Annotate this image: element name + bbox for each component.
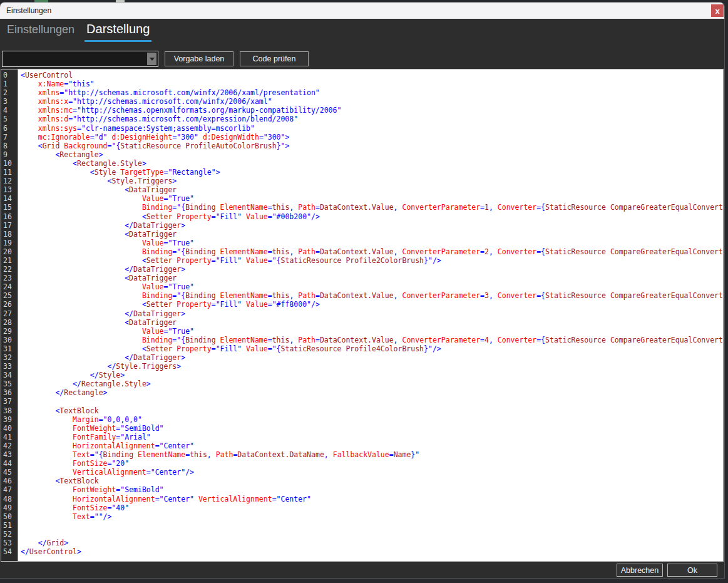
code-line[interactable]: Binding="{Binding ElementName=this, Path…: [21, 336, 723, 344]
line-number: 1: [3, 80, 18, 88]
code-line[interactable]: </Style.Triggers>: [21, 362, 723, 371]
line-number: 48: [3, 495, 18, 503]
line-number: 22: [3, 265, 18, 274]
line-number: 33: [3, 362, 18, 371]
dialog-titlebar[interactable]: Einstellungen x: [0, 3, 724, 19]
code-line[interactable]: <Setter Property="Fill" Value="#ff8000"/…: [21, 300, 723, 309]
code-line[interactable]: xmlns:sys="clr-namespace:System;assembly…: [21, 124, 723, 133]
ok-button[interactable]: Ok: [667, 564, 717, 577]
line-number: 46: [3, 477, 18, 485]
load-default-button[interactable]: Vorgabe laden: [165, 51, 233, 66]
code-line[interactable]: Value="True": [21, 239, 723, 247]
line-number: 32: [3, 353, 18, 362]
code-line[interactable]: <TextBlock: [21, 477, 723, 485]
line-number: 41: [3, 433, 18, 441]
line-number: 43: [3, 450, 18, 459]
code-line[interactable]: </Rectangle>: [21, 388, 723, 397]
code-line[interactable]: Value="True": [21, 282, 723, 291]
combobox-arrow-button[interactable]: [147, 53, 156, 65]
code-line[interactable]: <Setter Property="Fill" Value="{StaticRe…: [21, 344, 723, 353]
code-line[interactable]: <Setter Property="Fill" Value="#00b200"/…: [21, 212, 723, 221]
check-code-button[interactable]: Code prüfen: [240, 51, 309, 66]
line-number: 15: [3, 203, 18, 212]
code-line[interactable]: </DataTrigger>: [21, 309, 723, 318]
code-line[interactable]: Binding="{Binding ElementName=this, Path…: [21, 203, 723, 212]
tab-bar: Einstellungen Darstellung: [5, 22, 151, 42]
line-number: 44: [3, 459, 18, 468]
code-line[interactable]: Value="True": [21, 194, 723, 203]
code-line[interactable]: Binding="{Binding ElementName=this, Path…: [21, 291, 723, 300]
cancel-button[interactable]: Abbrechen: [617, 564, 663, 577]
code-content[interactable]: <UserControl x:Name="this" xmlns="http:/…: [18, 70, 723, 561]
code-line[interactable]: Text=""/>: [21, 512, 723, 521]
preset-combobox[interactable]: [2, 51, 158, 67]
tab-darstellung[interactable]: Darstellung: [85, 22, 151, 42]
code-line[interactable]: Margin="0,0,0,0": [21, 415, 723, 424]
code-line[interactable]: <Rectangle>: [21, 150, 723, 159]
code-line[interactable]: [21, 397, 723, 406]
code-line[interactable]: HorizontalAlignment="Center" VerticalAli…: [21, 495, 723, 503]
line-number: 7: [3, 133, 18, 142]
line-number: 47: [3, 485, 18, 494]
code-line[interactable]: <Grid Background="{StaticResource Profil…: [21, 142, 723, 150]
line-number: 12: [3, 177, 18, 185]
code-line[interactable]: <DataTrigger: [21, 230, 723, 239]
code-line[interactable]: <Style TargetType="Rectangle">: [21, 168, 723, 177]
line-number: 52: [3, 530, 18, 539]
code-line[interactable]: xmlns="http://schemas.microsoft.com/winf…: [21, 88, 723, 97]
code-editor[interactable]: 0123456789101112131415161718192021222324…: [1, 69, 724, 562]
tab-einstellungen[interactable]: Einstellungen: [5, 23, 76, 42]
code-line[interactable]: <Rectangle.Style>: [21, 159, 723, 168]
code-line[interactable]: </DataTrigger>: [21, 353, 723, 362]
code-line[interactable]: VerticalAlignment="Center"/>: [21, 468, 723, 477]
code-line[interactable]: FontWeight="SemiBold": [21, 485, 723, 494]
code-line[interactable]: mc:Ignorable="d" d:DesignHeight="300" d:…: [21, 133, 723, 142]
code-line[interactable]: xmlns:mc="http://schemas.openxmlformats.…: [21, 106, 723, 115]
code-line[interactable]: <Setter Property="Fill" Value="{StaticRe…: [21, 256, 723, 265]
code-line[interactable]: FontSize="40": [21, 503, 723, 512]
code-line[interactable]: Text="{Binding ElementName=this, Path=Da…: [21, 450, 723, 459]
code-line[interactable]: </UserControl>: [21, 547, 723, 556]
line-number: 30: [3, 336, 18, 344]
code-line[interactable]: <Style.Triggers>: [21, 177, 723, 185]
code-line[interactable]: Binding="{Binding ElementName=this, Path…: [21, 247, 723, 256]
code-line[interactable]: FontWeight="SemiBold": [21, 424, 723, 433]
code-line[interactable]: <DataTrigger: [21, 318, 723, 327]
code-line[interactable]: </DataTrigger>: [21, 221, 723, 230]
line-number: 16: [3, 212, 18, 221]
line-number: 24: [3, 282, 18, 291]
close-button[interactable]: x: [711, 4, 724, 17]
line-number: 39: [3, 415, 18, 424]
code-line[interactable]: xmlns:x="http://schemas.microsoft.com/wi…: [21, 97, 723, 106]
code-line[interactable]: xmlns:d="http://schemas.microsoft.com/ex…: [21, 115, 723, 123]
line-number: 2: [3, 88, 18, 97]
line-number: 13: [3, 185, 18, 194]
line-number: 45: [3, 468, 18, 477]
line-number: 20: [3, 247, 18, 256]
code-line[interactable]: FontSize="20": [21, 459, 723, 468]
line-number: 36: [3, 388, 18, 397]
code-line[interactable]: FontFamily="Arial": [21, 433, 723, 441]
line-number: 6: [3, 124, 18, 133]
code-line[interactable]: </Grid>: [21, 539, 723, 547]
code-line[interactable]: <DataTrigger: [21, 274, 723, 282]
code-line[interactable]: Value="True": [21, 327, 723, 336]
code-line[interactable]: <TextBlock: [21, 406, 723, 415]
code-line[interactable]: <DataTrigger: [21, 185, 723, 194]
line-number: 51: [3, 521, 18, 530]
line-number: 27: [3, 309, 18, 318]
code-line[interactable]: </DataTrigger>: [21, 265, 723, 274]
code-line[interactable]: </Style>: [21, 371, 723, 379]
line-number: 49: [3, 503, 18, 512]
tab-label: Einstellungen: [7, 23, 74, 36]
code-line[interactable]: [21, 530, 723, 539]
code-line[interactable]: [21, 521, 723, 530]
line-number: 23: [3, 274, 18, 282]
code-line[interactable]: x:Name="this": [21, 80, 723, 88]
line-number: 21: [3, 256, 18, 265]
line-number: 50: [3, 512, 18, 521]
line-number: 5: [3, 115, 18, 123]
code-line[interactable]: <UserControl: [21, 71, 723, 80]
code-line[interactable]: HorizontalAlignment="Center": [21, 441, 723, 450]
code-line[interactable]: </Rectangle.Style>: [21, 379, 723, 388]
